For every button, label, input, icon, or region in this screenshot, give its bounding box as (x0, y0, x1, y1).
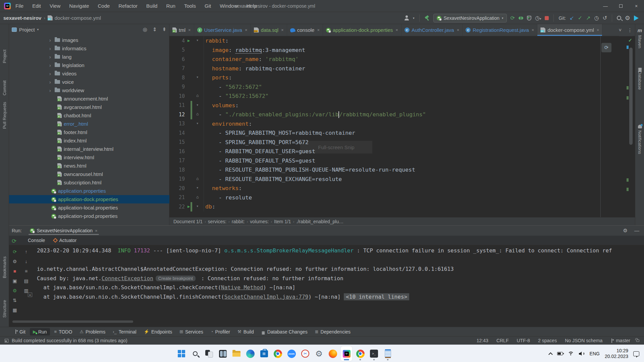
status-item[interactable]: 12:43 (477, 338, 488, 343)
taskbar-icon-notepad[interactable] (382, 346, 393, 361)
taskbar-icon-firefox[interactable] (327, 346, 338, 361)
user-dropdown-icon[interactable]: ▾ (413, 16, 415, 20)
taskbar-icon-edge[interactable] (245, 346, 256, 361)
tree-item[interactable]: announcement.html (9, 95, 169, 103)
console-tab-actuator[interactable]: Actuator (54, 238, 76, 243)
close-button[interactable]: × (629, 0, 644, 12)
tree-item[interactable]: application.properties (9, 187, 169, 195)
fold-icon[interactable]: ▾ (196, 103, 199, 107)
menu-item-tools[interactable]: Tools (184, 3, 196, 9)
minimize-button[interactable]: — (598, 0, 613, 12)
tool-window-button-endpoints[interactable]: ⚡Endpoints (141, 328, 175, 336)
editor-tab-docker-compose-yml[interactable]: docker-compose.yml× (537, 24, 602, 36)
breadcrumb-item[interactable]: volumes: (250, 219, 269, 224)
editor-tab-tml[interactable]: tml× (169, 24, 194, 36)
code-editor[interactable]: Full-screen Snip 4▶▾rabbit:5 image: rabb… (169, 36, 628, 217)
tool-window-button-terminal[interactable]: ›_Terminal (110, 328, 139, 336)
profiler-button[interactable]: ◷▾ (535, 15, 541, 21)
layout-grid-icon[interactable]: ▦ (12, 307, 17, 313)
log-chip[interactable]: Create breakpoint (156, 276, 196, 281)
clock[interactable]: 10:29 20.02.2023 (605, 348, 628, 359)
coverage-icon[interactable]: ⚙ (13, 288, 17, 293)
editor-tab-data-sql[interactable]: data.sql× (251, 24, 287, 36)
status-item[interactable]: No JSON schema (565, 338, 602, 343)
editor-tab-authcontroller-java[interactable]: CAuthController.java× (401, 24, 463, 36)
wifi-icon[interactable] (568, 352, 574, 356)
stack-link[interactable]: Native Method (221, 284, 263, 291)
unlock-icon[interactable] (636, 340, 639, 342)
search-everywhere-icon[interactable] (617, 16, 621, 20)
taskbar-icon-snipping-tool[interactable]: ✂ (300, 346, 311, 361)
breadcrumb-item[interactable]: Item 1/1 (274, 219, 291, 224)
expand-collapse-icon[interactable]: ⇕ (153, 26, 157, 33)
fold-expand-icon[interactable]: + (28, 293, 32, 297)
collapse-all-icon[interactable]: ⇞ (162, 26, 166, 33)
stripe-item-commit[interactable]: Commit (0, 80, 9, 96)
run-configuration-select[interactable]: SexavetNesirovApplication ▾ (433, 14, 507, 22)
close-icon[interactable]: × (395, 27, 398, 33)
menu-item-edit[interactable]: Edit (32, 3, 41, 9)
breadcrumb-file[interactable]: docker-compose.yml (55, 15, 101, 21)
stripe-item-maven[interactable]: mMaven (635, 27, 644, 48)
menu-item-refactor[interactable]: Refactor (118, 3, 138, 9)
inspections-ok-icon[interactable]: ✓ (628, 38, 632, 43)
run-configuration-tab[interactable]: SexavetNesirovApplication × (30, 226, 98, 236)
tree-item[interactable]: ›lang (9, 53, 169, 61)
rerun-button[interactable]: ⟳ (511, 15, 515, 21)
tool-window-button-dependencies[interactable]: ≣Dependencies (312, 328, 354, 336)
tree-item[interactable]: ›informatics (9, 44, 169, 53)
down-stack-icon[interactable]: ↓ (25, 259, 28, 264)
console-hscrollbar[interactable] (12, 320, 133, 323)
layout-icon[interactable] (5, 339, 8, 343)
close-icon[interactable]: × (95, 228, 98, 233)
soft-wrap-icon[interactable]: ≡ (25, 268, 28, 274)
menu-item-build[interactable]: Build (146, 3, 157, 9)
editor-tab-registrationrequest-java[interactable]: CRegistrationRequest.java× (463, 24, 537, 36)
taskbar-icon-start[interactable] (176, 346, 187, 361)
git-push-button[interactable]: ↗ (586, 15, 590, 21)
run-line-icon[interactable]: ▶ (187, 38, 190, 43)
tree-item[interactable]: footer.html (9, 128, 169, 136)
tree-item[interactable]: internal_interview.html (9, 145, 169, 153)
tree-item[interactable]: error_.html (9, 120, 169, 128)
taskbar-icon-widgets[interactable] (217, 346, 228, 361)
taskbar-icon-microsoft-store[interactable]: ⊞ (258, 346, 270, 361)
history-button[interactable]: ◷ (594, 15, 599, 21)
fold-icon[interactable]: ▾ (196, 38, 199, 43)
edit-config-icon[interactable]: ⚙ (13, 259, 17, 264)
chevron-right-icon[interactable]: › (49, 71, 53, 76)
tool-window-button-database-changes[interactable]: Database Changes (258, 328, 311, 336)
fold-icon[interactable]: ⌂ (196, 112, 199, 116)
run-line-icon[interactable]: ▶ (187, 204, 190, 209)
taskbar-icon-zoom[interactable]: zoom (286, 346, 297, 361)
taskbar-icon-task-view[interactable] (203, 346, 215, 361)
stripe-item-structure[interactable]: Structure (0, 300, 9, 318)
tree-item[interactable]: index.html (9, 136, 169, 145)
stripe-item-bookmarks[interactable]: Bookmarks (0, 256, 9, 278)
tool-window-button-git[interactable]: Git (11, 328, 29, 336)
stripe-item-project[interactable]: Project (0, 50, 9, 63)
tree-item[interactable]: ›worldview (9, 86, 169, 95)
editor-scrollbar[interactable] (629, 48, 633, 145)
fold-icon[interactable]: ▾ (196, 75, 199, 79)
settings-gear-icon[interactable]: ⚙ (625, 15, 630, 21)
menu-item-run[interactable]: Run (166, 3, 175, 9)
stop-button[interactable] (545, 16, 549, 20)
debug-button[interactable] (519, 16, 523, 20)
run-toolbar-column-1[interactable]: ⟳ ⚙ ■ ▣ ⚙ ⇅ ▦ (10, 249, 19, 313)
project-panel-header[interactable]: Project ▾ ◎ ⇕ ⇞ (9, 24, 169, 35)
tree-item[interactable]: ›legislation (9, 61, 169, 69)
tree-item[interactable]: owncarousel.html (9, 170, 169, 178)
chevron-right-icon[interactable]: › (49, 88, 53, 93)
chevron-right-icon[interactable]: › (49, 79, 53, 85)
fold-icon[interactable]: ⌂ (196, 93, 199, 98)
fold-icon[interactable]: ▾ (196, 185, 199, 190)
thread-dump-icon[interactable]: ▣ (12, 278, 17, 284)
settings-gear-icon[interactable]: ⚙ (623, 228, 628, 234)
stack-link[interactable]: ConnectException (102, 275, 153, 282)
rerun-app-icon[interactable]: ⟳ (13, 249, 17, 254)
hidden-tabs-icon[interactable]: ˅ (619, 27, 622, 33)
chevron-right-icon[interactable]: › (49, 63, 53, 68)
close-icon[interactable]: × (188, 27, 191, 33)
breadcrumb-item[interactable]: ./rabbit_enabled_plu… (296, 219, 343, 224)
